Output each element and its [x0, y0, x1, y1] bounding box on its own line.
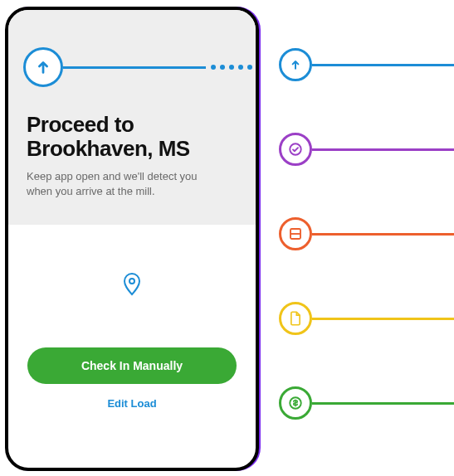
feature-check — [279, 133, 454, 166]
phone-frame: Proceed to Brookhaven, MS Keep app open … — [5, 7, 259, 471]
progress-dots — [206, 65, 256, 70]
page-title: Proceed to Brookhaven, MS — [27, 113, 237, 161]
location-pin-icon — [8, 273, 256, 296]
feature-line — [312, 233, 454, 236]
page-subtext: Keep app open and we'll detect you when … — [27, 169, 209, 220]
svg-point-0 — [129, 279, 134, 284]
scan-icon — [279, 217, 312, 250]
phone-header-section: Proceed to Brookhaven, MS Keep app open … — [8, 10, 256, 225]
feature-paid — [279, 386, 454, 420]
upload-icon — [279, 48, 312, 81]
feature-line — [312, 148, 454, 151]
feature-doc — [279, 302, 454, 335]
feature-line — [312, 64, 454, 66]
feature-scan — [279, 217, 454, 250]
progress-line — [63, 66, 206, 69]
upload-step-icon — [23, 47, 63, 87]
feature-line — [312, 318, 454, 320]
document-icon — [279, 302, 312, 335]
headline-block: Proceed to Brookhaven, MS Keep app open … — [8, 90, 256, 225]
edit-load-link[interactable]: Edit Load — [107, 397, 156, 410]
feature-line — [312, 402, 454, 405]
progress-bar — [8, 45, 256, 90]
check-in-button[interactable]: Check In Manually — [27, 347, 237, 384]
check-icon — [279, 133, 312, 166]
feature-upload — [279, 48, 454, 81]
money-icon — [279, 386, 312, 420]
phone-body-section: Check In Manually Edit Load — [8, 225, 256, 410]
